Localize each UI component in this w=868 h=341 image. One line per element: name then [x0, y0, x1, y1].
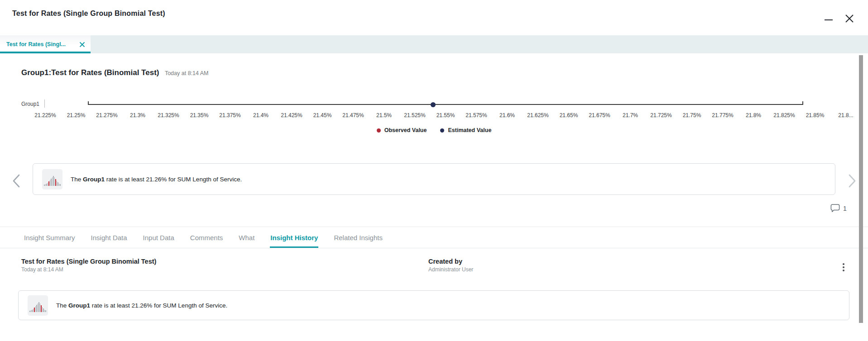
tab-what[interactable]: What: [238, 227, 255, 248]
axis-tick-label: 21.8...: [838, 112, 853, 118]
tab-close-icon[interactable]: [79, 42, 85, 47]
axis-tick-label: 21.525%: [404, 112, 425, 118]
estimated-value-point[interactable]: [431, 102, 436, 107]
interval-end-tick: [88, 101, 89, 105]
axis-tick-label: 21.275%: [96, 112, 117, 118]
minimize-button[interactable]: [823, 13, 834, 24]
axis-tick-label: 21.25%: [67, 112, 86, 118]
close-icon: [845, 14, 854, 23]
legend-item-estimated[interactable]: Estimated Value: [440, 127, 491, 133]
observed-value-dot: [377, 128, 381, 133]
insight-text-group: Group1: [68, 302, 90, 309]
window-controls: [823, 13, 855, 24]
axis-tick-label: 21.45%: [313, 112, 332, 118]
axis-tick-label: 21.625%: [527, 112, 548, 118]
legend-item-observed[interactable]: Observed Value: [377, 127, 427, 133]
vertical-scrollbar[interactable]: [859, 55, 863, 323]
chevron-left-icon: [12, 174, 20, 188]
kebab-menu-icon: [843, 263, 844, 265]
axis-tick-label: 21.675%: [589, 112, 610, 118]
content-area: Group1:Test for Rates (Binomial Test) To…: [0, 53, 868, 341]
chevron-right-icon: [848, 174, 856, 188]
axis-tick-label: 21.825%: [773, 112, 795, 118]
legend-label-estimated: Estimated Value: [448, 127, 491, 133]
created-by-value: Administrator User: [428, 266, 473, 273]
axis-tick-label: 21.475%: [342, 112, 364, 118]
entry-menu-button[interactable]: [839, 261, 849, 274]
minimize-icon: [824, 14, 833, 23]
tab-insight-history[interactable]: Insight History: [270, 227, 318, 248]
category-axis-tick: [44, 99, 45, 108]
detail-tabs: Insight SummaryInsight DataInput DataCom…: [24, 227, 383, 248]
window-title: Test for Rates (Single Group Binomial Te…: [12, 9, 165, 18]
histogram-insight-icon: [28, 295, 48, 316]
history-entry-info: Test for Rates (Single Group Binomial Te…: [21, 258, 156, 273]
comment-indicator[interactable]: 1: [830, 204, 847, 213]
tab-insight-data[interactable]: Insight Data: [91, 227, 128, 248]
created-by-label: Created by: [428, 258, 473, 265]
insight-text-suffix: rate is at least 21.26% for SUM Length o…: [105, 176, 242, 183]
insight-text-prefix: The: [56, 302, 68, 309]
tab-related-insights[interactable]: Related Insights: [333, 227, 383, 248]
created-by-block: Created by Administrator User: [428, 258, 473, 273]
chart-legend: Observed Value Estimated Value: [0, 127, 868, 133]
axis-tick-label: 21.3%: [130, 112, 145, 118]
estimated-value-dot: [440, 128, 444, 133]
history-entry-timestamp: Today at 8:14 AM: [21, 266, 156, 273]
insight-title: Group1:Test for Rates (Binomial Test): [21, 68, 159, 77]
axis-tick-label: 21.225%: [34, 112, 56, 118]
axis-tick-label: 21.325%: [158, 112, 179, 118]
window-titlebar: Test for Rates (Single Group Binomial Te…: [0, 0, 868, 29]
histogram-insight-icon: [42, 169, 62, 189]
axis-tick-label: 21.65%: [560, 112, 578, 118]
axis-tick-label: 21.35%: [190, 112, 209, 118]
axis-tick-label: 21.725%: [650, 112, 671, 118]
history-insight-card[interactable]: The Group1 rate is at least 21.26% for S…: [18, 290, 849, 320]
insight-text-prefix: The: [71, 176, 83, 183]
comment-count: 1: [843, 205, 847, 212]
axis-tick-label: 21.6%: [499, 112, 515, 118]
legend-label-observed: Observed Value: [384, 127, 427, 133]
history-entry-title: Test for Rates (Single Group Binomial Te…: [21, 258, 156, 265]
insight-card[interactable]: The Group1 rate is at least 21.26% for S…: [33, 163, 835, 195]
axis-tick-label: 21.75%: [683, 112, 701, 118]
insight-timestamp: Today at 8:14 AM: [165, 70, 209, 76]
insight-card-text: The Group1 rate is at least 21.26% for S…: [71, 176, 242, 183]
document-tab[interactable]: Test for Rates (Singl...: [0, 35, 91, 53]
axis-tick-label: 21.55%: [436, 112, 455, 118]
chart-group-label: Group1: [21, 101, 39, 107]
rate-chart: Group1 21.225%21.25%21.275%21.3%21.325%2…: [0, 99, 868, 128]
history-card-text: The Group1 rate is at least 21.26% for S…: [56, 302, 227, 309]
interval-line: [88, 104, 803, 105]
insight-text-suffix: rate is at least 21.26% for SUM Length o…: [90, 302, 227, 309]
axis-tick-label: 21.4%: [253, 112, 269, 118]
axis-tick-label: 21.575%: [465, 112, 487, 118]
tab-input-data[interactable]: Input Data: [143, 227, 175, 248]
tab-strip: Test for Rates (Singl...: [0, 35, 868, 53]
interval-end-tick: [802, 101, 803, 105]
carousel-prev-button[interactable]: [8, 172, 24, 190]
tab-insight-summary[interactable]: Insight Summary: [24, 227, 76, 248]
comment-icon: [830, 204, 840, 213]
axis-tick-label: 21.775%: [712, 112, 733, 118]
axis-tick-label: 21.375%: [219, 112, 240, 118]
tab-comments[interactable]: Comments: [190, 227, 224, 248]
axis-tick-label: 21.7%: [623, 112, 638, 118]
insight-text-group: Group1: [83, 176, 105, 183]
close-button[interactable]: [844, 13, 855, 24]
axis-tick-label: 21.8%: [746, 112, 761, 118]
document-tab-label: Test for Rates (Singl...: [6, 41, 76, 47]
carousel-next-button[interactable]: [844, 172, 860, 190]
insight-header: Group1:Test for Rates (Binomial Test) To…: [21, 68, 209, 77]
axis-tick-label: 21.425%: [281, 112, 302, 118]
axis-tick-label: 21.5%: [376, 112, 392, 118]
tabs-divider: [0, 248, 868, 248]
axis-tick-label: 21.85%: [806, 112, 825, 118]
